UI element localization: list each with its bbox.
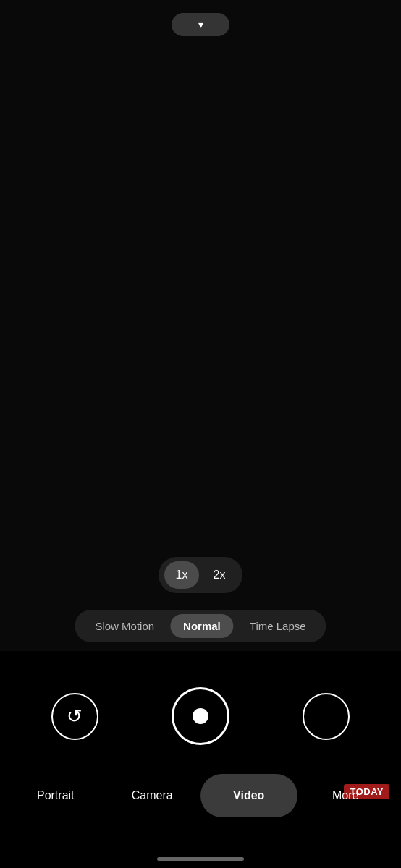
- camera-viewfinder: [0, 0, 401, 651]
- top-chevron-pill[interactable]: ▾: [172, 13, 229, 36]
- tab-portrait[interactable]: Portrait: [7, 774, 104, 817]
- tab-camera-label: Camera: [132, 789, 173, 802]
- slow-motion-mode-button[interactable]: Slow Motion: [82, 614, 167, 638]
- zoom-1x-button[interactable]: 1x: [164, 561, 199, 589]
- bottom-nav: Portrait Camera Video More: [0, 767, 401, 825]
- tab-more-label: More: [332, 789, 358, 802]
- tab-more[interactable]: More: [297, 774, 394, 817]
- time-lapse-mode-button[interactable]: Time Lapse: [237, 614, 319, 638]
- chevron-down-icon: ▾: [198, 20, 203, 30]
- record-inner-dot: [193, 708, 208, 724]
- flip-camera-button[interactable]: ↺: [51, 693, 98, 740]
- bottom-controls: ↺: [0, 669, 401, 763]
- home-indicator: [157, 857, 244, 861]
- flip-camera-icon: ↺: [67, 705, 83, 728]
- tab-portrait-label: Portrait: [37, 789, 75, 802]
- normal-mode-button[interactable]: Normal: [170, 614, 234, 638]
- tab-video[interactable]: Video: [200, 774, 297, 817]
- mode-selector: Slow Motion Normal Time Lapse: [75, 610, 326, 642]
- zoom-controls: 1x 2x: [159, 557, 242, 593]
- gallery-button[interactable]: [303, 693, 350, 740]
- tab-video-label: Video: [233, 789, 264, 802]
- tab-camera[interactable]: Camera: [104, 774, 201, 817]
- zoom-2x-button[interactable]: 2x: [202, 561, 237, 589]
- record-button[interactable]: [172, 687, 229, 745]
